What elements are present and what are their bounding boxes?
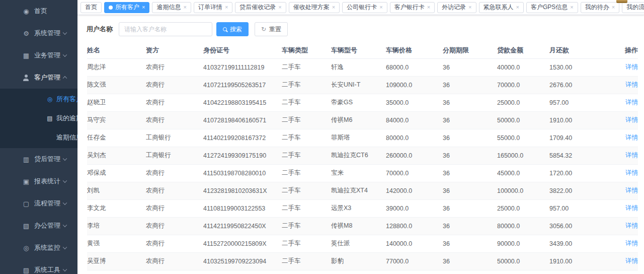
report-icon: ▣ xyxy=(22,178,30,185)
detail-link[interactable]: 详情 xyxy=(625,222,638,229)
detail-link[interactable]: 详情 xyxy=(625,81,638,88)
detail-link[interactable]: 详情 xyxy=(625,152,638,159)
table-cell: 3439.00 xyxy=(549,235,610,252)
close-icon[interactable]: × xyxy=(142,5,145,10)
tab-label: 订单详情 xyxy=(198,3,222,12)
table-cell: 农商行 xyxy=(146,217,203,235)
table-cell: 90000.0 xyxy=(497,235,549,252)
detail-link[interactable]: 详情 xyxy=(625,187,638,194)
tab-visit-record[interactable]: 外访记录× xyxy=(437,2,476,13)
tab-collection-record[interactable]: 贷后催收记录× xyxy=(235,2,286,13)
tab-company-bankcard[interactable]: 公司银行卡× xyxy=(342,2,387,13)
close-icon[interactable]: × xyxy=(427,5,430,10)
close-icon[interactable]: × xyxy=(516,5,519,10)
search-button[interactable]: 搜索 xyxy=(216,22,249,36)
detail-link[interactable]: 详情 xyxy=(625,63,638,71)
table-cell: 80000.0 xyxy=(497,217,549,235)
table-cell: 农商行 xyxy=(146,164,203,182)
top-edge-artifact xyxy=(616,0,627,3)
detail-link[interactable]: 详情 xyxy=(625,204,638,212)
sidebar-item-tools[interactable]: ▨系统工具 xyxy=(0,259,77,274)
sidebar-item-monitor[interactable]: ◎系统监控 xyxy=(0,237,77,259)
table-cell: 二手车 xyxy=(282,111,331,129)
table-cell: 详情 xyxy=(610,94,638,111)
table-cell: 77000.0 xyxy=(386,252,443,270)
table-cell: 36 xyxy=(443,129,497,147)
column-header: 月还款 xyxy=(549,42,610,58)
close-icon[interactable]: × xyxy=(570,5,573,10)
tab-all-customers[interactable]: 所有客户× xyxy=(104,2,149,13)
column-header: 姓名 xyxy=(87,42,146,58)
close-icon[interactable]: × xyxy=(278,5,281,10)
table-cell: 50000.0 xyxy=(497,111,549,129)
tab-overdue-info[interactable]: 逾期信息× xyxy=(152,2,191,13)
sidebar-item-system[interactable]: ⚙系统管理 xyxy=(0,22,77,44)
chevron-down-icon xyxy=(63,53,67,57)
table-cell: 农商行 xyxy=(146,111,203,129)
sidebar-item-label: 系统监控 xyxy=(34,243,60,252)
table-cell: 工商银行 xyxy=(146,147,203,164)
sidebar-item-all-customers[interactable]: ◎所有客户 xyxy=(0,90,77,109)
sidebar-item-my-overdue[interactable]: ▤我的逾期 xyxy=(0,109,77,128)
sidebar-item-label: 所有客户 xyxy=(56,95,77,104)
table-cell: 36 xyxy=(443,199,497,217)
sidebar-item-office[interactable]: ▧办公管理 xyxy=(0,215,77,237)
table-cell: 45000.0 xyxy=(497,164,549,182)
tab-customer-bankcard[interactable]: 客户银行卡× xyxy=(390,2,435,13)
table-cell: 王文强 xyxy=(87,270,146,274)
detail-link[interactable]: 详情 xyxy=(625,240,638,247)
table-cell: 邓保成 xyxy=(87,164,146,182)
active-dot xyxy=(109,6,113,10)
table-cell: 128800.0 xyxy=(386,217,443,235)
table-row: 赵晓卫农商行410422198803195415二手车帝豪GS35000.036… xyxy=(87,94,638,111)
table-cell: 农商行 xyxy=(146,199,203,217)
sidebar-item-report[interactable]: ▣报表统计 xyxy=(0,170,77,192)
table-cell: 412724199309175190 xyxy=(203,147,282,164)
close-icon[interactable]: × xyxy=(225,5,228,10)
detail-link[interactable]: 详情 xyxy=(625,257,638,264)
tab-customer-gps[interactable]: 客户GPS信息× xyxy=(526,2,578,13)
sidebar-item-business[interactable]: ▦业务管理 xyxy=(0,44,77,66)
table-cell: 二手车 xyxy=(282,270,331,274)
tab-home[interactable]: 首页 xyxy=(80,2,102,13)
detail-link[interactable]: 详情 xyxy=(625,169,638,176)
chevron-down-icon xyxy=(63,31,67,35)
table-row: 任存金工商银行411402199208167372二手车菲斯塔80000.036… xyxy=(87,129,638,147)
sidebar-item-process[interactable]: ▢流程管理 xyxy=(0,192,77,215)
close-icon[interactable]: × xyxy=(612,5,615,10)
sidebar-item-post-loan[interactable]: ▥贷后管理 xyxy=(0,148,77,170)
table-cell: 36 xyxy=(443,270,497,274)
table-cell: 凯迪拉克CT6 xyxy=(331,147,386,164)
close-icon[interactable]: × xyxy=(379,5,382,10)
table-cell: 传祺M8 xyxy=(331,217,386,235)
tab-my-todo[interactable]: 我的待办× xyxy=(581,2,619,13)
sidebar-item-home[interactable]: ◉首页 xyxy=(0,0,77,22)
detail-link[interactable]: 详情 xyxy=(625,116,638,123)
close-icon[interactable]: × xyxy=(183,5,186,10)
sidebar-item-label: 逾期信息 xyxy=(56,133,77,142)
tab-my-process[interactable]: 我的流程× xyxy=(622,2,644,13)
chevron-down-icon xyxy=(63,157,67,161)
table-cell: 工商银行 xyxy=(146,129,203,147)
table-cell: 3822.00 xyxy=(549,182,610,199)
reset-button[interactable]: ↻ 重置 xyxy=(255,22,288,36)
tab-collection-plan[interactable]: 催收处理方案× xyxy=(289,2,340,13)
table-cell: 411402199208167372 xyxy=(203,129,282,147)
table-row: 邓保成农商行411503198708280010二手车宝来70000.03645… xyxy=(87,164,638,182)
table-cell: 长安UNI-T xyxy=(331,76,386,94)
sidebar-item-customer[interactable]: 客户管理 xyxy=(0,66,77,89)
table-cell: 农商行 xyxy=(146,235,203,252)
table-cell: 957.00 xyxy=(549,199,610,217)
close-icon[interactable]: × xyxy=(332,5,335,10)
detail-link[interactable]: 详情 xyxy=(625,99,638,106)
sidebar-item-overdue-info[interactable]: 逾期信息 xyxy=(0,128,77,147)
search-form: 用户名称 搜索 ↻ 重置 xyxy=(87,22,288,36)
tab-emergency-contact[interactable]: 紧急联系人× xyxy=(479,2,524,13)
tab-label: 客户GPS信息 xyxy=(531,3,568,12)
detail-link[interactable]: 详情 xyxy=(625,134,638,141)
customer-name-input[interactable] xyxy=(119,22,212,36)
tab-label: 首页 xyxy=(85,3,97,12)
table-cell: 36 xyxy=(443,182,497,199)
close-icon[interactable]: × xyxy=(468,5,471,10)
tab-order-detail[interactable]: 订单详情× xyxy=(194,2,232,13)
